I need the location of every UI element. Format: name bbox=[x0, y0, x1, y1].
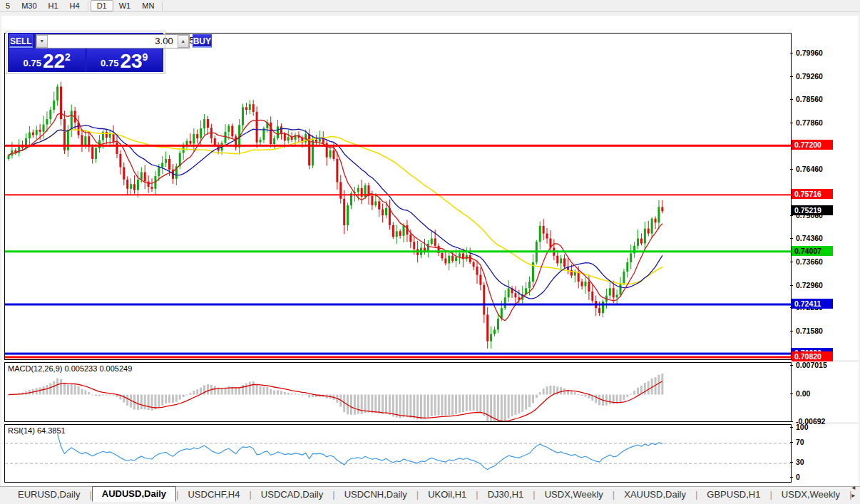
axis-tick: 0.73660 bbox=[793, 257, 823, 266]
timeframe-button-5[interactable]: 5 bbox=[0, 0, 16, 11]
axis-tick: 0.007015 bbox=[793, 361, 827, 369]
chart-tab-audusd-daily[interactable]: AUDUSD,Daily bbox=[92, 486, 176, 502]
axis-tick: 0 bbox=[793, 473, 800, 481]
axis-tick: 0.71580 bbox=[793, 326, 823, 335]
timeframe-toolbar: 5M30H1H4D1W1MN bbox=[0, 0, 860, 12]
axis-tick: 0.74360 bbox=[793, 234, 823, 242]
axis-tick: 0.78560 bbox=[793, 95, 823, 103]
price-badge-0.72411: 0.72411 bbox=[792, 299, 833, 309]
buy-button[interactable]: BUY bbox=[193, 34, 212, 48]
price-badge-0.74007: 0.74007 bbox=[792, 246, 833, 256]
sell-price-big: 22 bbox=[43, 52, 65, 71]
price-badge-0.70820: 0.70820 bbox=[792, 351, 833, 361]
axis-tick: 0.79260 bbox=[793, 72, 823, 81]
volume-decrease-icon[interactable]: ▼ bbox=[36, 35, 48, 48]
one-click-trade-panel: SELL ▼ ▲ BUY 0.75222 0.75239 bbox=[6, 31, 165, 73]
axis-tick: 0.79960 bbox=[793, 48, 823, 57]
axis-tick: 0.72960 bbox=[793, 281, 823, 289]
volume-increase-icon[interactable]: ▲ bbox=[178, 35, 189, 48]
axis-tick: 0.77860 bbox=[793, 118, 823, 127]
sell-button[interactable]: SELL bbox=[9, 34, 33, 48]
chart-tab-usdcnh-daily[interactable]: USDCNH,Daily bbox=[335, 488, 416, 502]
sell-price-sup: 2 bbox=[65, 51, 71, 63]
chart-tab-xauusd-daily[interactable]: XAUUSD,Daily bbox=[615, 488, 695, 502]
price-badge-0.77200: 0.77200 bbox=[792, 140, 833, 150]
timeframe-button-mn[interactable]: MN bbox=[136, 0, 160, 11]
timeframe-button-h4[interactable]: H4 bbox=[64, 0, 86, 11]
rsi-label: RSI(14) 64.3851 bbox=[8, 426, 66, 435]
sell-price-box[interactable]: 0.75222 bbox=[9, 48, 85, 72]
chart-tab-ukoil-h1[interactable]: UKOil,H1 bbox=[419, 488, 476, 502]
toolbar-separator bbox=[88, 1, 88, 11]
buy-price-small: 0.75 bbox=[101, 58, 118, 68]
chart-tab-usdx-weekly[interactable]: USDX,Weekly bbox=[772, 488, 849, 502]
volume-spinner: ▼ ▲ bbox=[36, 34, 190, 48]
chart-tab-usdchf-h4[interactable]: USDCHF,H4 bbox=[178, 488, 249, 502]
timeframe-button-d1[interactable]: D1 bbox=[91, 0, 113, 11]
rsi-panel-canvas[interactable] bbox=[4, 424, 792, 483]
chart-window: ▲AUDUSD,Daily 0.75331 0.75351 0.75127 0.… bbox=[1, 16, 859, 486]
axis-tick: 30 bbox=[793, 458, 804, 466]
buy-price-sup: 9 bbox=[143, 51, 148, 63]
price-badge-0.75716: 0.75716 bbox=[792, 189, 833, 199]
timeframe-button-m30[interactable]: M30 bbox=[16, 0, 42, 11]
chart-tab-dj30-h1[interactable]: DJ30,H1 bbox=[478, 488, 533, 502]
toolbar-separator bbox=[162, 1, 163, 11]
tab-scroll-arrows[interactable]: ◂ ▸ bbox=[851, 483, 860, 502]
price-badge-0.75219: 0.75219 bbox=[792, 205, 833, 215]
sell-price-small: 0.75 bbox=[24, 58, 41, 68]
macd-label: MACD(12,26,9) 0.005233 0.005249 bbox=[8, 364, 132, 373]
axis-tick: 0.76460 bbox=[793, 165, 823, 173]
volume-input[interactable] bbox=[48, 36, 178, 47]
buy-price-box[interactable]: 0.75239 bbox=[87, 48, 163, 72]
chart-tab-eurusd-daily[interactable]: EURUSD,Daily bbox=[9, 488, 89, 502]
timeframe-button-w1[interactable]: W1 bbox=[113, 0, 137, 11]
axis-tick: 0.00 bbox=[793, 389, 810, 398]
axis-tick: 100 bbox=[793, 423, 809, 431]
buy-price-big: 23 bbox=[120, 52, 142, 71]
chart-tab-usdx-weekly[interactable]: USDX,Weekly bbox=[536, 488, 613, 502]
timeframe-button-h1[interactable]: H1 bbox=[43, 0, 64, 11]
chart-tab-usdcad-daily[interactable]: USDCAD,Daily bbox=[252, 488, 332, 502]
main-chart-canvas[interactable] bbox=[4, 33, 792, 360]
chart-tab-gbpusd-h1[interactable]: GBPUSD,H1 bbox=[697, 488, 769, 502]
chart-tabbar: EURUSD,Daily|AUDUSD,Daily|USDCHF,H4|USDC… bbox=[0, 486, 860, 502]
axis-tick: 70 bbox=[793, 438, 804, 446]
